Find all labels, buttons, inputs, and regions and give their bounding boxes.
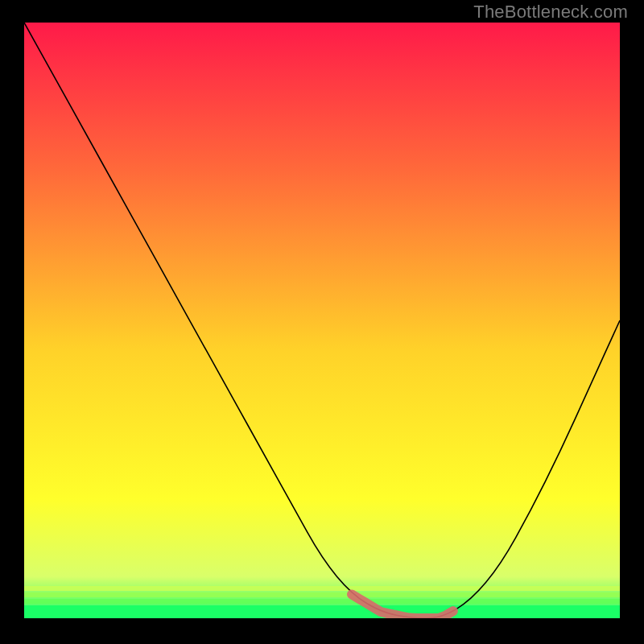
gradient-background (24, 23, 620, 618)
plot-svg (24, 23, 620, 618)
bottom-stripe-3 (24, 599, 620, 604)
bottom-stripe-4 (24, 605, 620, 618)
chart-container: TheBottleneck.com (0, 0, 644, 644)
plot-area (24, 23, 620, 618)
bottom-stripe-2 (24, 592, 620, 597)
bottom-stripe-1 (24, 586, 620, 591)
watermark-text: TheBottleneck.com (473, 2, 628, 23)
